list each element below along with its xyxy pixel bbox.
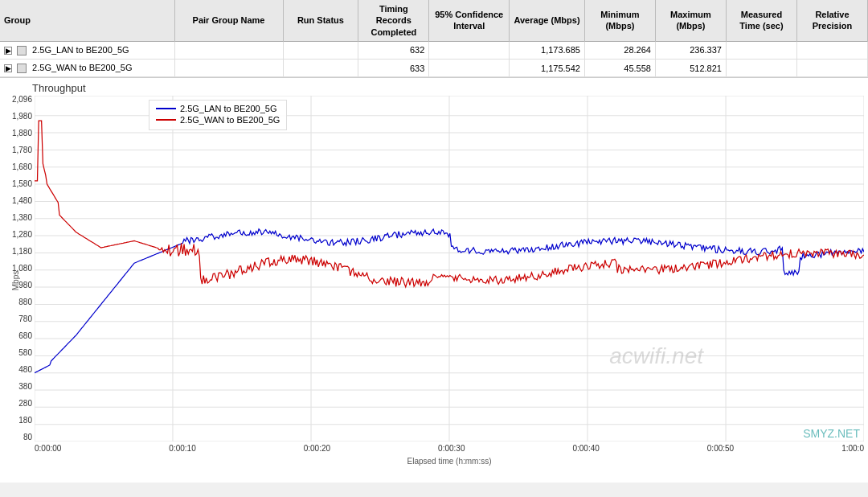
cell-maximum: 512.821	[655, 59, 726, 76]
y-tick-label: 980	[18, 281, 32, 290]
col-group: Group	[0, 0, 174, 41]
results-table: Group Pair Group Name Run Status Timing …	[0, 0, 868, 77]
table-row: ▶ 2.5G_LAN to BE200_5G 632 1,173.685 28.…	[0, 41, 868, 59]
legend-item-lan: 2.5G_LAN to BE200_5G	[156, 104, 280, 113]
cell-maximum: 236.337	[655, 41, 726, 59]
y-tick-label: 1,380	[12, 214, 32, 222]
chart-title: Throughput	[4, 82, 864, 94]
cell-timing: 633	[358, 59, 429, 76]
cell-relative	[796, 59, 867, 76]
cell-pair-group	[174, 59, 283, 76]
cell-measured	[726, 59, 796, 76]
cell-timing: 632	[358, 41, 429, 59]
y-tick-label: 480	[18, 366, 32, 374]
legend-item-wan: 2.5G_WAN to BE200_5G	[156, 115, 280, 125]
y-tick-label: 1,180	[12, 248, 32, 256]
row-icon	[17, 46, 27, 55]
cell-run-status	[283, 41, 358, 59]
y-tick-label: 1,280	[12, 231, 32, 239]
y-tick-label: 1,480	[12, 197, 32, 205]
expand-icon[interactable]: ▶	[4, 64, 12, 72]
cell-group: ▶ 2.5G_WAN to BE200_5G	[0, 59, 174, 76]
y-tick-label: 80	[23, 433, 32, 442]
cell-minimum: 45.558	[584, 59, 655, 76]
cell-minimum: 28.264	[584, 41, 655, 59]
y-tick-label: 2,096	[12, 96, 32, 104]
col-maximum: Maximum (Mbps)	[655, 0, 726, 41]
x-tick-label: 0:00:00	[35, 444, 61, 453]
cell-pair-group	[174, 41, 283, 59]
chart-plot-area	[35, 96, 864, 442]
cell-average: 1,175.542	[510, 59, 585, 76]
chart-section: Throughput 2.5G_LAN to BE200_5G 2.5G_WAN…	[0, 78, 868, 483]
x-axis-title: Elapsed time (h:mm:ss)	[407, 457, 491, 466]
x-tick-label: 0:00:30	[438, 444, 465, 453]
y-tick-label: 280	[18, 400, 32, 408]
y-tick-label: 180	[18, 417, 32, 425]
y-tick-label: 580	[18, 349, 32, 357]
cell-confidence	[429, 59, 510, 76]
chart-container: 2.5G_LAN to BE200_5G 2.5G_WAN to BE200_5…	[4, 96, 864, 466]
x-tick-label: 0:00:20	[304, 444, 330, 453]
cell-measured	[726, 41, 796, 59]
cell-run-status	[283, 59, 358, 76]
x-tick-label: 0:00:50	[707, 444, 734, 453]
x-tick-label: 0:00:40	[572, 444, 599, 453]
y-tick-label: 780	[18, 315, 32, 323]
legend-line-lan	[156, 108, 176, 109]
col-pair-group-name: Pair Group Name	[174, 0, 283, 41]
x-axis: 0:00:000:00:100:00:200:00:300:00:400:00:…	[35, 442, 864, 466]
y-axis: 2,0961,9801,8801,7801,6801,5801,4801,380…	[4, 96, 35, 442]
data-table-section: Group Pair Group Name Run Status Timing …	[0, 0, 868, 78]
y-tick-label: 1,680	[12, 163, 32, 171]
chart-legend: 2.5G_LAN to BE200_5G 2.5G_WAN to BE200_5…	[149, 100, 287, 130]
cell-group: ▶ 2.5G_LAN to BE200_5G	[0, 41, 174, 59]
y-tick-label: 880	[18, 298, 32, 306]
expand-icon[interactable]: ▶	[4, 47, 12, 55]
legend-label-wan: 2.5G_WAN to BE200_5G	[180, 115, 280, 125]
y-tick-label: 380	[18, 383, 32, 391]
col-confidence: 95% Confidence Interval	[429, 0, 510, 41]
y-tick-label: 1,880	[12, 129, 32, 138]
x-tick-label: 1:00:0	[841, 444, 864, 453]
row-icon	[17, 64, 27, 73]
y-tick-label: 680	[18, 332, 32, 340]
y-tick-label: 1,980	[12, 113, 32, 121]
col-timing-records: Timing Records Completed	[358, 0, 429, 41]
y-tick-label: 1,780	[12, 146, 32, 154]
cell-relative	[796, 41, 867, 59]
col-average: Average (Mbps)	[510, 0, 585, 41]
col-minimum: Minimum (Mbps)	[584, 0, 655, 41]
col-relative: Relative Precision	[796, 0, 867, 41]
x-tick-label: 0:00:10	[169, 444, 195, 453]
legend-label-lan: 2.5G_LAN to BE200_5G	[180, 104, 276, 113]
y-axis-title: Mbps	[11, 271, 20, 290]
cell-average: 1,173.685	[510, 41, 585, 59]
y-tick-label: 1,580	[12, 180, 32, 188]
table-row: ▶ 2.5G_WAN to BE200_5G 633 1,175.542 45.…	[0, 59, 868, 76]
legend-line-wan	[156, 119, 176, 121]
cell-confidence	[429, 41, 510, 59]
col-measured: Measured Time (sec)	[726, 0, 796, 41]
col-run-status: Run Status	[283, 0, 358, 41]
